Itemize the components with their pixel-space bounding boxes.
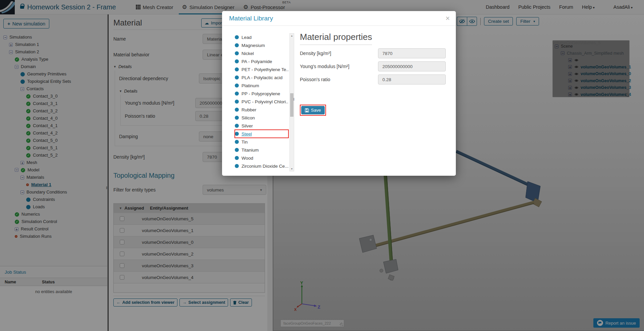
property-row: Density [kg/m³] 7870 <box>300 48 446 59</box>
material-name: Silver <box>241 123 253 128</box>
material-dot-icon <box>235 132 239 136</box>
material-list-item[interactable]: Rubber <box>235 106 288 114</box>
material-name: Silicon <box>241 115 255 120</box>
material-list-item[interactable]: Wood <box>235 154 288 162</box>
property-label: Poisson's ratio <box>300 77 330 82</box>
material-name: PLA - Polylactic acid <box>241 75 282 80</box>
material-dot-icon <box>235 156 239 160</box>
material-list-scrollbar[interactable]: ▲ ▼ <box>289 33 294 171</box>
property-value-input[interactable]: 205000000000 <box>378 61 446 71</box>
material-list-item[interactable]: PET - Polyethylene Te... <box>235 65 288 73</box>
property-label: Density [kg/m³] <box>300 51 331 56</box>
material-list-item[interactable]: Tin <box>235 138 288 146</box>
material-list-item[interactable]: PVC - Polyvinyl Chlori... <box>235 98 288 106</box>
material-properties-pane: Material properties Density [kg/m³] 7870… <box>300 32 446 116</box>
save-icon <box>305 108 309 112</box>
properties-title: Material properties <box>300 32 372 45</box>
scroll-up-icon[interactable]: ▲ <box>290 34 294 38</box>
property-row: Young's modulus [N/m²] 205000000000 <box>300 61 446 72</box>
material-name: Tin <box>241 140 248 145</box>
material-list-item[interactable]: Magnesium <box>235 41 288 49</box>
material-name: Steel <box>241 131 252 136</box>
material-name: Platinum <box>241 83 259 88</box>
scroll-down-icon[interactable]: ▼ <box>290 167 294 171</box>
material-list-item[interactable]: Silicon <box>235 114 288 122</box>
material-dot-icon <box>235 51 239 55</box>
material-dot-icon <box>235 148 239 152</box>
scrollbar-thumb[interactable] <box>290 93 293 117</box>
material-name: Magnesium <box>241 43 265 48</box>
material-dot-icon <box>235 116 239 120</box>
material-dot-icon <box>235 140 239 144</box>
material-name: PET - Polyethylene Te... <box>241 67 288 72</box>
material-list-item[interactable]: Steel <box>235 130 288 138</box>
property-value-input[interactable]: 7870 <box>378 48 446 58</box>
material-library-modal: Material Library × Lead Magnesium Nickel… <box>222 11 456 176</box>
material-list-item[interactable]: PA - Polyamide <box>235 57 288 65</box>
material-list-item[interactable]: Titanium <box>235 146 288 154</box>
material-list-item[interactable]: Platinum <box>235 81 288 90</box>
material-dot-icon <box>235 164 239 168</box>
material-list-item[interactable]: Silver <box>235 122 288 130</box>
material-dot-icon <box>235 92 239 96</box>
property-value-input[interactable]: 0.28 <box>378 74 446 85</box>
material-list-item[interactable]: PP - Polypropylene <box>235 90 288 98</box>
material-name: Lead <box>241 35 252 40</box>
material-dot-icon <box>235 124 239 128</box>
material-list: Lead Magnesium Nickel PA - Polyamide PET… <box>235 33 288 170</box>
property-label: Young's modulus [N/m²] <box>300 64 350 69</box>
material-name: Wood <box>241 156 253 161</box>
material-name: Nickel <box>241 51 254 56</box>
material-dot-icon <box>235 100 239 104</box>
material-dot-icon <box>235 43 239 47</box>
material-dot-icon <box>235 35 239 39</box>
material-name: Titanium <box>241 148 259 153</box>
save-annotation-box: Save <box>300 105 326 116</box>
material-name: PP - Polypropylene <box>241 91 280 96</box>
material-list-item[interactable]: PLA - Polylactic acid <box>235 73 288 81</box>
material-name: PA - Polyamide <box>241 59 272 64</box>
material-dot-icon <box>235 84 239 88</box>
material-dot-icon <box>235 67 239 71</box>
save-button[interactable]: Save <box>301 106 325 114</box>
material-list-item[interactable]: Nickel <box>235 49 288 57</box>
modal-splitter-handle[interactable]: ‖ <box>293 98 295 101</box>
material-dot-icon <box>235 108 239 112</box>
material-name: PVC - Polyvinyl Chlori... <box>241 99 288 104</box>
close-icon[interactable]: × <box>445 15 450 22</box>
properties-fields: Density [kg/m³] 7870 Young's modulus [N/… <box>300 48 446 85</box>
material-list-item[interactable]: Zirconium Dioxide Ce... <box>235 162 288 170</box>
material-name: Zirconium Dioxide Ce... <box>241 164 288 169</box>
material-dot-icon <box>235 59 239 63</box>
modal-title: Material Library <box>229 15 273 22</box>
property-row: Poisson's ratio 0.28 <box>300 74 446 85</box>
material-dot-icon <box>235 75 239 79</box>
material-name: Rubber <box>241 107 256 112</box>
material-list-item[interactable]: Lead <box>235 33 288 41</box>
save-label: Save <box>311 108 321 113</box>
